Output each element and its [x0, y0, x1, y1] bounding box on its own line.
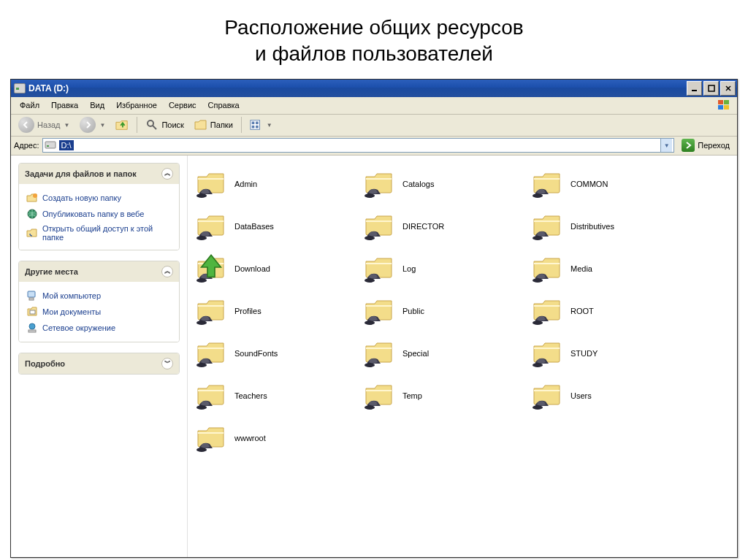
task-share-folder-label: Открыть общий доступ к этой папке [42, 224, 172, 242]
folder-item[interactable]: Teachers [195, 375, 363, 417]
menu-tools[interactable]: Сервис [163, 99, 202, 112]
folder-label: DataBases [234, 222, 274, 231]
maximize-button[interactable] [703, 81, 719, 96]
other-places-title: Другие места [25, 267, 78, 276]
place-my-documents[interactable]: Мои документы [26, 304, 172, 320]
titlebar[interactable]: DATA (D:) [11, 80, 737, 97]
svg-rect-7 [724, 105, 729, 110]
new-folder-icon [26, 192, 38, 204]
shared-folder-icon [195, 169, 227, 199]
minimize-button[interactable] [687, 81, 702, 96]
up-button[interactable] [111, 116, 133, 134]
folder-label: COMMON [570, 180, 608, 188]
task-share-folder[interactable]: Открыть общий доступ к этой папке [26, 222, 172, 244]
svg-rect-20 [29, 298, 34, 300]
folder-item[interactable]: ROOT [531, 290, 699, 332]
my-computer-icon [26, 290, 38, 302]
place-my-documents-label: Мои документы [42, 307, 101, 316]
views-dropdown-icon: ▼ [267, 122, 272, 129]
forward-dropdown-icon: ▼ [99, 122, 105, 129]
details-title: Подробно [25, 359, 65, 368]
folder-view[interactable]: AdminCatalogsCOMMONDataBasesDIRECTORDist… [188, 156, 737, 557]
svg-rect-15 [45, 142, 56, 148]
svg-rect-16 [47, 145, 49, 147]
network-places-icon [26, 322, 38, 334]
folder-label: Users [570, 391, 592, 400]
svg-rect-14 [256, 126, 259, 129]
search-icon [145, 118, 159, 131]
folder-item[interactable]: wwwroot [195, 417, 363, 459]
svg-rect-6 [718, 105, 723, 110]
tasks-files-body: Создать новую папку Опубликовать папку в… [19, 184, 179, 250]
task-publish-web-label: Опубликовать папку в вебе [42, 210, 144, 218]
slide-title-line1: Расположение общих ресурсов [224, 16, 523, 39]
shared-folder-icon [363, 296, 395, 326]
views-button[interactable]: ▼ [245, 116, 277, 134]
folder-item[interactable]: COMMON [531, 163, 699, 205]
address-dropdown-icon[interactable]: ▼ [660, 139, 672, 152]
folder-item[interactable]: DIRECTOR [363, 205, 531, 248]
forward-button[interactable]: ▼ [75, 115, 110, 135]
folder-label: SoundFonts [234, 349, 278, 358]
folder-grid: AdminCatalogsCOMMONDataBasesDIRECTORDist… [195, 163, 737, 459]
folder-item[interactable]: Download [195, 248, 363, 290]
share-folder-icon [26, 227, 38, 239]
shared-folder-icon [195, 339, 227, 368]
folder-label: Public [402, 307, 424, 315]
other-places-header[interactable]: Другие места ︽ [19, 261, 179, 282]
shared-folder-icon [363, 212, 395, 241]
tasks-files-header[interactable]: Задачи для файлов и папок ︽ [19, 164, 179, 184]
back-button[interactable]: Назад ▼ [14, 115, 74, 135]
search-button[interactable]: Поиск [141, 116, 188, 134]
folder-item[interactable]: STUDY [531, 332, 699, 375]
folder-item[interactable]: Public [363, 290, 531, 332]
go-button[interactable]: Переход [677, 137, 734, 153]
address-input[interactable]: D:\ ▼ [42, 138, 675, 153]
shared-folder-icon [531, 254, 563, 283]
folder-item[interactable]: Temp [363, 375, 531, 417]
folder-label: STUDY [570, 349, 598, 358]
folder-item[interactable]: Profiles [195, 290, 363, 332]
menu-edit[interactable]: Правка [45, 99, 84, 112]
folder-label: Download [234, 264, 270, 273]
go-icon [682, 139, 695, 152]
folder-item[interactable]: Media [531, 248, 699, 290]
menu-view[interactable]: Вид [84, 99, 110, 112]
folders-button[interactable]: Папки [190, 116, 237, 134]
place-my-computer[interactable]: Мой компьютер [26, 288, 172, 304]
task-new-folder[interactable]: Создать новую папку [26, 190, 172, 206]
folder-item[interactable]: Catalogs [363, 163, 531, 205]
menubar: Файл Правка Вид Избранное Сервис Справка [11, 97, 737, 115]
folder-label: Special [402, 349, 429, 358]
menu-help[interactable]: Справка [202, 99, 245, 112]
addressbar: Адрес: D:\ ▼ Переход [11, 137, 737, 156]
folder-item[interactable]: Log [363, 248, 531, 290]
svg-rect-11 [251, 122, 254, 125]
views-icon [250, 118, 263, 131]
folder-item[interactable]: Distributives [531, 205, 699, 248]
folder-label: Teachers [234, 391, 267, 400]
shared-folder-icon [363, 381, 395, 410]
folder-label: wwwroot [234, 434, 266, 442]
back-label: Назад [37, 120, 61, 129]
menu-file[interactable]: Файл [14, 99, 45, 112]
svg-rect-1 [709, 85, 714, 91]
folder-item[interactable]: SoundFonts [195, 332, 363, 375]
collapse-icon: ︽ [161, 168, 173, 180]
folder-label: Admin [234, 180, 257, 188]
menu-favorites[interactable]: Избранное [110, 99, 163, 112]
tasks-files-box: Задачи для файлов и папок ︽ Создать нову… [18, 163, 180, 250]
svg-rect-0 [692, 90, 697, 91]
task-publish-web[interactable]: Опубликовать папку в вебе [26, 206, 172, 222]
folder-item[interactable]: Special [363, 332, 531, 375]
folder-item[interactable]: Users [531, 375, 699, 417]
folder-item[interactable]: DataBases [195, 205, 363, 248]
details-header[interactable]: Подробно ︾ [19, 353, 179, 374]
folder-item[interactable]: Admin [195, 163, 363, 205]
place-network[interactable]: Сетевое окружение [26, 320, 172, 336]
download-folder-icon [195, 254, 227, 283]
folder-label: Media [570, 264, 592, 273]
other-places-body: Мой компьютер Мои документы Сетевое окру… [19, 282, 179, 342]
shared-folder-icon [531, 339, 563, 368]
close-button[interactable] [720, 81, 736, 96]
